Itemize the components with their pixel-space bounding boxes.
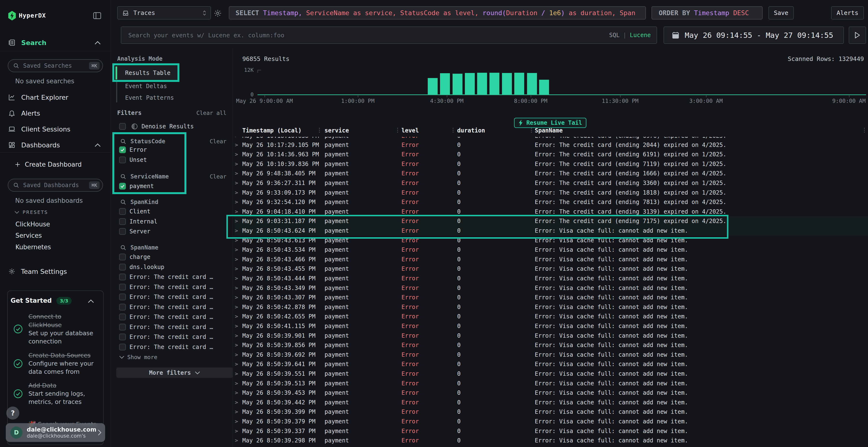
table-options-icon[interactable]: ⋮	[862, 127, 867, 133]
row-expand-chevron-icon[interactable]: >	[235, 216, 238, 226]
denoise-results-option[interactable]: Denoise Results	[119, 123, 194, 130]
row-expand-chevron-icon[interactable]: >	[235, 398, 238, 407]
row-expand-chevron-icon[interactable]: >	[235, 254, 238, 264]
analysis-mode-results-table[interactable]: Results Table	[115, 66, 179, 80]
help-button[interactable]: ?	[6, 407, 19, 419]
row-expand-chevron-icon[interactable]: >	[235, 293, 238, 302]
table-row[interactable]: >May 26 8:50:39.513 PMpaymentError0Error…	[235, 379, 868, 388]
table-row[interactable]: >May 26 8:50:39.399 PMpaymentError0Error…	[235, 407, 868, 417]
checked-checkbox[interactable]	[119, 183, 126, 190]
sidebar-item-team-settings[interactable]: Team Settings	[8, 267, 67, 276]
row-expand-chevron-icon[interactable]: >	[235, 169, 238, 178]
row-expand-chevron-icon[interactable]: >	[235, 188, 238, 198]
table-row[interactable]: >May 26 8:50:43.613 PMpaymentError0Error…	[235, 236, 868, 245]
filter-option-spanname[interactable]: Error: The credit card …	[119, 284, 213, 290]
table-row[interactable]: >May 26 9:33:09.173 PMpaymentError0Error…	[235, 188, 868, 198]
column-grip-icon[interactable]: ⋮	[317, 127, 322, 133]
filter-option-spanname[interactable]: Error: The credit card …	[119, 304, 213, 310]
get-started-item[interactable]: Connect to ClickHouseSet up your databas…	[13, 312, 97, 346]
checked-checkbox[interactable]	[119, 146, 126, 153]
row-expand-chevron-icon[interactable]: >	[235, 197, 238, 207]
resume-live-tail-button[interactable]: Resume Live Tail	[514, 118, 586, 128]
column-grip-icon[interactable]: ⋮	[450, 127, 456, 133]
filter-option-spanname[interactable]: Error: The credit card …	[119, 314, 213, 320]
table-row[interactable]: >May 26 9:04:18.410 PMpaymentError0Error…	[235, 207, 868, 216]
denoise-checkbox[interactable]	[119, 123, 126, 130]
chevron-up-icon[interactable]	[94, 41, 101, 45]
row-expand-chevron-icon[interactable]: >	[235, 379, 238, 388]
table-row[interactable]: >May 26 8:50:39.692 PMpaymentError0Error…	[235, 350, 868, 359]
unchecked-checkbox[interactable]	[119, 284, 126, 290]
row-expand-chevron-icon[interactable]: >	[235, 436, 238, 445]
table-row[interactable]: >May 26 10:17:29.105 PMpaymentError0Erro…	[235, 140, 868, 150]
col-timestamp[interactable]: Timestamp (Local)	[242, 127, 302, 134]
presets-toggle[interactable]: PRESETS	[14, 209, 48, 215]
row-expand-chevron-icon[interactable]: >	[235, 340, 238, 350]
analysis-mode-event-deltas[interactable]: Event Deltas	[115, 80, 179, 92]
row-expand-chevron-icon[interactable]: >	[235, 321, 238, 331]
row-expand-chevron-icon[interactable]: >	[235, 350, 238, 359]
get-started-item[interactable]: Create Data SourcesConfigure where your …	[13, 351, 97, 376]
col-duration[interactable]: duration	[457, 127, 485, 134]
table-row[interactable]: >May 26 9:03:31.187 PMpaymentError0Error…	[235, 216, 868, 226]
filter-option-spanname[interactable]: Error: The credit card …	[119, 324, 213, 331]
analysis-mode-event-patterns[interactable]: Event Patterns	[115, 92, 179, 104]
preset-services[interactable]: Services	[16, 232, 42, 239]
save-button[interactable]: Save	[768, 6, 794, 20]
sidebar-item-chart-explorer[interactable]: Chart Explorer	[8, 93, 68, 101]
unchecked-checkbox[interactable]	[119, 334, 126, 340]
filter-option-spanname[interactable]: Error: The credit card …	[119, 294, 213, 300]
table-row[interactable]: >May 26 8:50:39.337 PMpaymentError0Error…	[235, 426, 868, 436]
chevron-up-icon[interactable]	[88, 299, 94, 303]
unchecked-checkbox[interactable]	[119, 157, 126, 163]
table-row[interactable]: >May 26 8:50:39.453 PMpaymentError0Error…	[235, 388, 868, 398]
filter-option-spankind[interactable]: Internal	[119, 218, 157, 225]
clear-servicename-button[interactable]: Clear	[210, 173, 226, 180]
clear-statuscode-button[interactable]: Clear	[210, 138, 226, 144]
source-select[interactable]: Traces	[117, 6, 211, 20]
lucene-toggle[interactable]: Lucene	[630, 32, 651, 38]
table-row[interactable]: >May 26 9:36:27.311 PMpaymentError0Error…	[235, 178, 868, 188]
user-account-button[interactable]: D dale@clickhouse.com dale@clickhouse.co…	[6, 423, 105, 442]
table-row[interactable]: >May 26 9:32:54.120 PMpaymentError0Error…	[235, 197, 868, 207]
row-expand-chevron-icon[interactable]: >	[235, 178, 238, 188]
unchecked-checkbox[interactable]	[119, 264, 126, 271]
row-expand-chevron-icon[interactable]: >	[235, 245, 238, 254]
filter-option-spanname[interactable]: charge	[119, 253, 151, 260]
unchecked-checkbox[interactable]	[119, 294, 126, 300]
filter-option-spanname[interactable]: Error: The credit card …	[119, 334, 213, 340]
sidebar-item-search[interactable]: Search	[8, 38, 46, 47]
row-expand-chevron-icon[interactable]: >	[235, 407, 238, 417]
unchecked-checkbox[interactable]	[119, 228, 126, 235]
table-row[interactable]: >May 26 8:50:43.307 PMpaymentError0Error…	[235, 293, 868, 302]
saved-dashboards-input[interactable]: Saved Dashboards ⌘K	[8, 179, 103, 192]
unchecked-checkbox[interactable]	[119, 218, 126, 225]
table-row[interactable]: >May 26 8:50:42.655 PMpaymentError0Error…	[235, 312, 868, 321]
row-expand-chevron-icon[interactable]: >	[235, 302, 238, 312]
table-row[interactable]: >May 26 8:50:39.641 PMpaymentError0Error…	[235, 359, 868, 369]
row-expand-chevron-icon[interactable]: >	[235, 283, 238, 293]
unchecked-checkbox[interactable]	[119, 324, 126, 331]
column-grip-icon[interactable]: ⋮	[395, 127, 401, 133]
filter-option-spanname[interactable]: dns.lookup	[119, 264, 164, 271]
more-filters-button[interactable]: More filters	[116, 368, 233, 378]
clear-all-button[interactable]: Clear all	[196, 110, 226, 116]
row-expand-chevron-icon[interactable]: >	[235, 149, 238, 159]
row-expand-chevron-icon[interactable]: >	[235, 264, 238, 274]
get-started-item[interactable]: Add DataStart sending logs, metrics, or …	[13, 381, 97, 406]
alerts-button[interactable]: Alerts	[831, 6, 864, 20]
create-dashboard-button[interactable]: Create Dashboard	[15, 161, 82, 169]
table-row[interactable]: >May 26 8:50:43.444 PMpaymentError0Error…	[235, 274, 868, 283]
saved-searches-input[interactable]: Saved Searches ⌘K	[8, 59, 103, 72]
unchecked-checkbox[interactable]	[119, 274, 126, 280]
table-row[interactable]: >May 26 8:50:43.624 PMpaymentError0Error…	[235, 226, 868, 236]
table-row[interactable]: >May 26 8:50:41.115 PMpaymentError0Error…	[235, 321, 868, 331]
table-row[interactable]: >May 26 10:14:36.963 PMpaymentError0Erro…	[235, 149, 868, 159]
filter-option-servicename[interactable]: payment	[119, 183, 154, 190]
filter-option-spanname[interactable]: Error: The credit card …	[119, 274, 213, 280]
preset-kubernetes[interactable]: Kubernetes	[16, 243, 51, 251]
col-spanname[interactable]: SpanName	[535, 127, 563, 134]
row-expand-chevron-icon[interactable]: >	[235, 140, 238, 150]
preset-clickhouse[interactable]: ClickHouse	[16, 220, 50, 228]
sidebar-item-alerts[interactable]: Alerts	[8, 109, 40, 117]
